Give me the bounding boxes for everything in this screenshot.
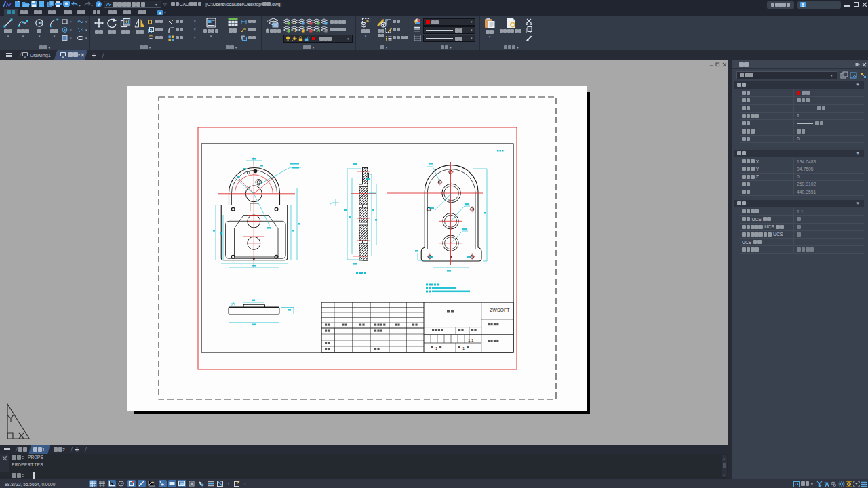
svg-text:ZWSOFT: ZWSOFT (490, 308, 510, 312)
svg-text:1: 1 (462, 346, 465, 350)
svg-text:1:1: 1:1 (468, 338, 474, 342)
svg-text:1: 1 (435, 346, 437, 350)
